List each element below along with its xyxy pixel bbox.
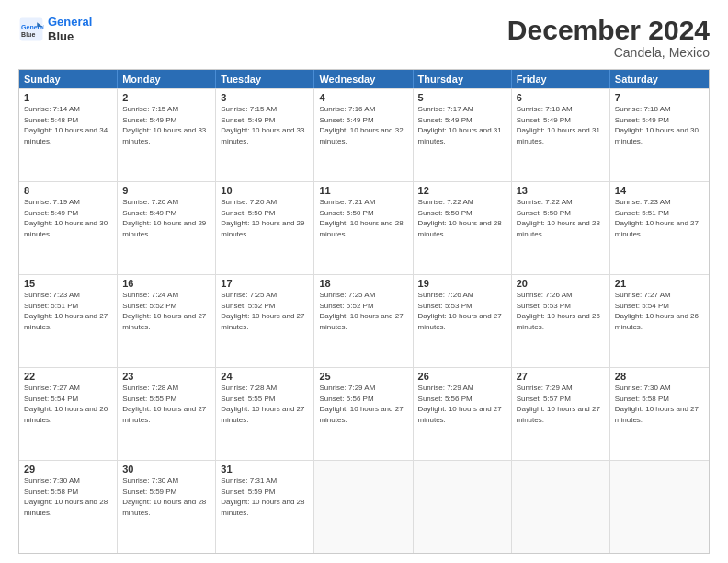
day-number: 18: [319, 278, 407, 289]
calendar-cell-w5d0: 29 Sunrise: 7:30 AM Sunset: 5:58 PM Dayl…: [19, 461, 118, 553]
daylight-info: Daylight: 10 hours and 27 minutes.: [517, 404, 605, 425]
calendar-cell-w3d0: 15 Sunrise: 7:23 AM Sunset: 5:51 PM Dayl…: [19, 275, 118, 367]
calendar-cell-w3d4: 19 Sunrise: 7:26 AM Sunset: 5:53 PM Dayl…: [414, 275, 512, 367]
sunrise-info: Sunrise: 7:15 AM: [221, 104, 309, 115]
sunrise-info: Sunrise: 7:18 AM: [615, 104, 704, 115]
calendar-cell-w1d3: 4 Sunrise: 7:16 AM Sunset: 5:49 PM Dayli…: [314, 89, 413, 181]
day-number: 24: [221, 371, 309, 382]
daylight-info: Daylight: 10 hours and 26 minutes.: [24, 404, 112, 425]
sunset-info: Sunset: 5:49 PM: [24, 208, 112, 219]
calendar-cell-w4d2: 24 Sunrise: 7:28 AM Sunset: 5:55 PM Dayl…: [216, 368, 314, 460]
header: General Blue General Blue December 2024 …: [18, 15, 710, 60]
sunset-info: Sunset: 5:50 PM: [221, 208, 309, 219]
sunset-info: Sunset: 5:56 PM: [418, 394, 506, 405]
calendar-cell-w5d6: [610, 461, 709, 553]
day-number: 29: [24, 464, 112, 475]
calendar-cell-w2d3: 11 Sunrise: 7:21 AM Sunset: 5:50 PM Dayl…: [314, 182, 413, 274]
calendar-cell-w1d5: 6 Sunrise: 7:18 AM Sunset: 5:49 PM Dayli…: [512, 89, 610, 181]
day-number: 21: [615, 278, 704, 289]
daylight-info: Daylight: 10 hours and 26 minutes.: [615, 311, 704, 332]
calendar-cell-w2d6: 14 Sunrise: 7:23 AM Sunset: 5:51 PM Dayl…: [610, 182, 709, 274]
sunset-info: Sunset: 5:50 PM: [418, 208, 506, 219]
location-subtitle: Candela, Mexico: [507, 45, 710, 60]
header-thursday: Thursday: [414, 70, 512, 88]
sunrise-info: Sunrise: 7:15 AM: [122, 104, 210, 115]
header-tuesday: Tuesday: [216, 70, 314, 88]
calendar-cell-w5d4: [414, 461, 512, 553]
daylight-info: Daylight: 10 hours and 28 minutes.: [122, 497, 210, 518]
sunrise-info: Sunrise: 7:19 AM: [24, 197, 112, 208]
calendar-header-row: Sunday Monday Tuesday Wednesday Thursday…: [19, 70, 709, 88]
sunrise-info: Sunrise: 7:31 AM: [221, 476, 309, 487]
calendar-cell-w4d4: 26 Sunrise: 7:29 AM Sunset: 5:56 PM Dayl…: [414, 368, 512, 460]
sunset-info: Sunset: 5:58 PM: [24, 487, 112, 498]
sunset-info: Sunset: 5:49 PM: [319, 115, 407, 126]
day-number: 9: [122, 185, 210, 196]
sunset-info: Sunset: 5:54 PM: [24, 394, 112, 405]
title-block: December 2024 Candela, Mexico: [507, 15, 710, 60]
calendar-cell-w4d3: 25 Sunrise: 7:29 AM Sunset: 5:56 PM Dayl…: [314, 368, 413, 460]
header-friday: Friday: [512, 70, 610, 88]
day-number: 19: [418, 278, 506, 289]
daylight-info: Daylight: 10 hours and 28 minutes.: [221, 497, 309, 518]
day-number: 20: [517, 278, 605, 289]
calendar-cell-w4d0: 22 Sunrise: 7:27 AM Sunset: 5:54 PM Dayl…: [19, 368, 118, 460]
calendar-week-1: 1 Sunrise: 7:14 AM Sunset: 5:48 PM Dayli…: [19, 88, 709, 181]
day-number: 26: [418, 371, 506, 382]
calendar-cell-w5d3: [314, 461, 413, 553]
calendar-cell-w1d0: 1 Sunrise: 7:14 AM Sunset: 5:48 PM Dayli…: [19, 89, 118, 181]
calendar-cell-w3d3: 18 Sunrise: 7:25 AM Sunset: 5:52 PM Dayl…: [314, 275, 413, 367]
daylight-info: Daylight: 10 hours and 27 minutes.: [24, 311, 112, 332]
daylight-info: Daylight: 10 hours and 26 minutes.: [517, 311, 605, 332]
daylight-info: Daylight: 10 hours and 27 minutes.: [319, 311, 407, 332]
calendar-cell-w2d5: 13 Sunrise: 7:22 AM Sunset: 5:50 PM Dayl…: [512, 182, 610, 274]
calendar-week-2: 8 Sunrise: 7:19 AM Sunset: 5:49 PM Dayli…: [19, 181, 709, 274]
day-number: 3: [221, 92, 309, 103]
sunset-info: Sunset: 5:50 PM: [517, 208, 605, 219]
sunrise-info: Sunrise: 7:16 AM: [319, 104, 407, 115]
calendar-cell-w5d5: [512, 461, 610, 553]
svg-text:Blue: Blue: [21, 30, 35, 37]
sunset-info: Sunset: 5:52 PM: [319, 301, 407, 312]
daylight-info: Daylight: 10 hours and 30 minutes.: [24, 218, 112, 239]
sunrise-info: Sunrise: 7:29 AM: [517, 383, 605, 394]
sunrise-info: Sunrise: 7:28 AM: [221, 383, 309, 394]
calendar-cell-w3d5: 20 Sunrise: 7:26 AM Sunset: 5:53 PM Dayl…: [512, 275, 610, 367]
sunrise-info: Sunrise: 7:20 AM: [221, 197, 309, 208]
svg-text:General: General: [21, 24, 44, 30]
daylight-info: Daylight: 10 hours and 32 minutes.: [319, 125, 407, 146]
day-number: 1: [24, 92, 112, 103]
calendar-cell-w4d6: 28 Sunrise: 7:30 AM Sunset: 5:58 PM Dayl…: [610, 368, 709, 460]
day-number: 14: [615, 185, 704, 196]
sunset-info: Sunset: 5:59 PM: [221, 487, 309, 498]
day-number: 7: [615, 92, 704, 103]
sunrise-info: Sunrise: 7:25 AM: [221, 290, 309, 301]
calendar-week-4: 22 Sunrise: 7:27 AM Sunset: 5:54 PM Dayl…: [19, 367, 709, 460]
sunset-info: Sunset: 5:53 PM: [517, 301, 605, 312]
sunrise-info: Sunrise: 7:30 AM: [615, 383, 704, 394]
sunrise-info: Sunrise: 7:29 AM: [319, 383, 407, 394]
calendar-cell-w2d4: 12 Sunrise: 7:22 AM Sunset: 5:50 PM Dayl…: [414, 182, 512, 274]
header-sunday: Sunday: [19, 70, 118, 88]
sunset-info: Sunset: 5:57 PM: [517, 394, 605, 405]
sunrise-info: Sunrise: 7:26 AM: [418, 290, 506, 301]
sunset-info: Sunset: 5:51 PM: [24, 301, 112, 312]
daylight-info: Daylight: 10 hours and 27 minutes.: [418, 311, 506, 332]
sunset-info: Sunset: 5:58 PM: [615, 394, 704, 405]
header-monday: Monday: [118, 70, 216, 88]
day-number: 31: [221, 464, 309, 475]
calendar-cell-w1d1: 2 Sunrise: 7:15 AM Sunset: 5:49 PM Dayli…: [118, 89, 216, 181]
calendar-cell-w2d2: 10 Sunrise: 7:20 AM Sunset: 5:50 PM Dayl…: [216, 182, 314, 274]
daylight-info: Daylight: 10 hours and 27 minutes.: [221, 311, 309, 332]
daylight-info: Daylight: 10 hours and 27 minutes.: [319, 404, 407, 425]
calendar-cell-w1d4: 5 Sunrise: 7:17 AM Sunset: 5:49 PM Dayli…: [414, 89, 512, 181]
sunset-info: Sunset: 5:56 PM: [319, 394, 407, 405]
sunset-info: Sunset: 5:49 PM: [122, 115, 210, 126]
logo-text-blue: Blue: [48, 29, 92, 44]
day-number: 8: [24, 185, 112, 196]
day-number: 17: [221, 278, 309, 289]
daylight-info: Daylight: 10 hours and 30 minutes.: [615, 125, 704, 146]
sunrise-info: Sunrise: 7:27 AM: [615, 290, 704, 301]
sunset-info: Sunset: 5:50 PM: [319, 208, 407, 219]
sunset-info: Sunset: 5:54 PM: [615, 301, 704, 312]
